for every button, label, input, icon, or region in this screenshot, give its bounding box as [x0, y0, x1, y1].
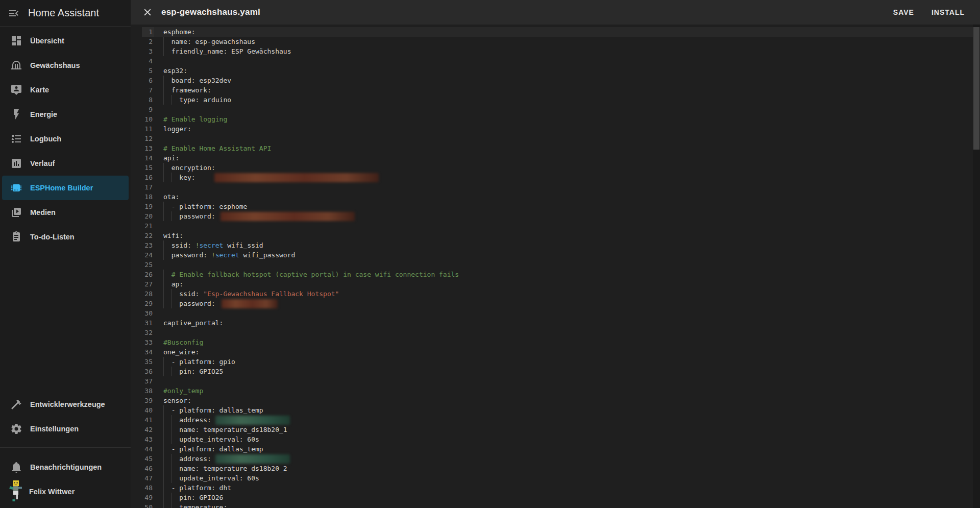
code-line[interactable]: 10# Enable logging — [131, 114, 980, 124]
code-line[interactable]: 25 — [131, 260, 980, 270]
sidebar-item-gewächshaus[interactable]: Gewächshaus — [2, 53, 129, 78]
code-line[interactable]: 6 board: esp32dev — [131, 76, 980, 85]
save-button[interactable]: SAVE — [893, 8, 914, 16]
code-line[interactable]: 27 ap: — [131, 279, 980, 289]
code-line[interactable]: 22wifi: — [131, 231, 980, 240]
code-line[interactable]: 41 address: — [131, 415, 980, 425]
code-text: password: — [154, 211, 980, 221]
code-line[interactable]: 33#Busconfig — [131, 337, 980, 347]
code-line[interactable]: 1esphome: — [131, 27, 980, 37]
code-line[interactable]: 37 — [131, 376, 980, 386]
code-line[interactable]: 11logger: — [131, 124, 980, 134]
code-line[interactable]: 18ota: — [131, 192, 980, 202]
code-line[interactable]: 45 address: — [131, 454, 980, 464]
code-line[interactable]: 34one_wire: — [131, 347, 980, 357]
code-line[interactable]: 36 pin: GPIO25 — [131, 367, 980, 376]
code-text — [154, 328, 980, 337]
code-line[interactable]: 28 ssid: "Esp-Gewachshaus Fallback Hotsp… — [131, 289, 980, 299]
code-line[interactable]: 46 name: temperature_ds18b20_2 — [131, 464, 980, 473]
code-text — [154, 56, 980, 66]
indent-guide — [163, 464, 164, 473]
line-number: 15 — [131, 163, 154, 173]
indent-guide — [163, 493, 164, 502]
code-line[interactable]: 5esp32: — [131, 66, 980, 76]
sidebar-item-medien[interactable]: Medien — [2, 200, 129, 225]
code-line[interactable]: 17 — [131, 182, 980, 192]
code-line[interactable]: 44 - platform: dallas_temp — [131, 444, 980, 454]
sidebar-item-felix-wittwer[interactable]: Felix Wittwer — [2, 479, 129, 504]
code-line[interactable]: 7 framework: — [131, 85, 980, 95]
sidebar-item-logbuch[interactable]: Logbuch — [2, 127, 129, 151]
code-text: key: — [154, 173, 980, 182]
code-line[interactable]: 15 encryption: — [131, 163, 980, 173]
sidebar-item-verlauf[interactable]: Verlauf — [2, 151, 129, 176]
indent-guide — [163, 289, 164, 299]
sidebar-item-benachrichtigungen[interactable]: Benachrichtigungen — [2, 455, 129, 479]
code-line[interactable]: 13# Enable Home Assistant API — [131, 143, 980, 153]
code-line[interactable]: 4 — [131, 56, 980, 66]
code-line[interactable]: 35 - platform: gpio — [131, 357, 980, 367]
code-line[interactable]: 47 update_interval: 60s — [131, 473, 980, 483]
line-number: 2 — [131, 37, 154, 46]
sidebar-item-to-do-listen[interactable]: To-do-Listen — [2, 225, 129, 249]
code-line[interactable]: 9 — [131, 105, 980, 114]
code-line[interactable]: 43 update_interval: 60s — [131, 434, 980, 444]
line-number: 16 — [131, 173, 154, 182]
sidebar-item-entwicklerwerkzeuge[interactable]: Entwicklerwerkzeuge — [2, 392, 129, 417]
code-line[interactable]: 50 temperature: — [131, 502, 980, 508]
menu-open-icon[interactable] — [8, 7, 20, 19]
line-number: 48 — [131, 483, 154, 493]
sidebar-item-label: Medien — [30, 208, 56, 216]
code-line[interactable]: 14api: — [131, 153, 980, 163]
sidebar-item-label: Einstellungen — [30, 425, 79, 433]
indent-guide — [172, 367, 172, 376]
code-line[interactable]: 48 - platform: dht — [131, 483, 980, 493]
code-line[interactable]: 29 password: — [131, 299, 980, 308]
sidebar-item-label: Entwicklerwerkzeuge — [30, 400, 105, 408]
code-line[interactable]: 20 password: — [131, 211, 980, 221]
sidebar-item-energie[interactable]: Energie — [2, 102, 129, 127]
code-text: # Enable fallback hotspot (captive porta… — [154, 270, 980, 279]
line-number: 49 — [131, 493, 154, 502]
code-line[interactable]: 24 password: !secret wifi_password — [131, 250, 980, 260]
code-line[interactable]: 32 — [131, 328, 980, 337]
indent-guide — [172, 289, 172, 299]
code-line[interactable]: 31captive_portal: — [131, 318, 980, 328]
code-line[interactable]: 40 - platform: dallas_temp — [131, 405, 980, 415]
code-text: #only_temp — [154, 386, 980, 396]
sidebar-item-esphome-builder[interactable]: ESPHome Builder — [2, 176, 129, 200]
sidebar-item-karte[interactable]: Karte — [2, 78, 129, 102]
yaml-code-editor[interactable]: 1esphome:2 name: esp-gewachshaus3 friend… — [131, 25, 980, 508]
indent-guide — [163, 270, 164, 279]
close-icon[interactable] — [142, 7, 153, 18]
code-lines: 1esphome:2 name: esp-gewachshaus3 friend… — [131, 27, 980, 508]
sidebar-item-label: Verlauf — [30, 159, 55, 167]
indent-guide — [172, 473, 172, 483]
scrollbar-thumb[interactable] — [973, 27, 979, 150]
line-number: 50 — [131, 502, 154, 508]
code-line[interactable]: 8 type: arduino — [131, 95, 980, 105]
code-text: ap: — [154, 279, 980, 289]
line-number: 9 — [131, 105, 154, 114]
code-line[interactable]: 3 friendly_name: ESP Gewächshaus — [131, 46, 980, 56]
code-line[interactable]: 23 ssid: !secret wifi_ssid — [131, 240, 980, 250]
code-line[interactable]: 42 name: temperature_ds18b20_1 — [131, 425, 980, 434]
code-line[interactable]: 38#only_temp — [131, 386, 980, 396]
code-line[interactable]: 12 — [131, 134, 980, 143]
code-line[interactable]: 26 # Enable fallback hotspot (captive po… — [131, 270, 980, 279]
code-line[interactable]: 21 — [131, 221, 980, 231]
sidebar-item-übersicht[interactable]: Übersicht — [2, 29, 129, 53]
install-button[interactable]: INSTALL — [932, 8, 965, 16]
code-line[interactable]: 19 - platform: esphome — [131, 202, 980, 211]
sidebar-item-einstellungen[interactable]: Einstellungen — [2, 417, 129, 441]
line-number: 34 — [131, 347, 154, 357]
code-line[interactable]: 30 — [131, 308, 980, 318]
code-line[interactable]: 39sensor: — [131, 396, 980, 405]
code-line[interactable]: 2 name: esp-gewachshaus — [131, 37, 980, 46]
code-text: - platform: esphome — [154, 202, 980, 211]
code-line[interactable]: 16 key: — [131, 173, 980, 182]
code-line[interactable]: 49 pin: GPIO26 — [131, 493, 980, 502]
code-text: name: esp-gewachshaus — [154, 37, 980, 46]
line-number: 1 — [131, 27, 154, 37]
code-text: pin: GPIO25 — [154, 367, 980, 376]
